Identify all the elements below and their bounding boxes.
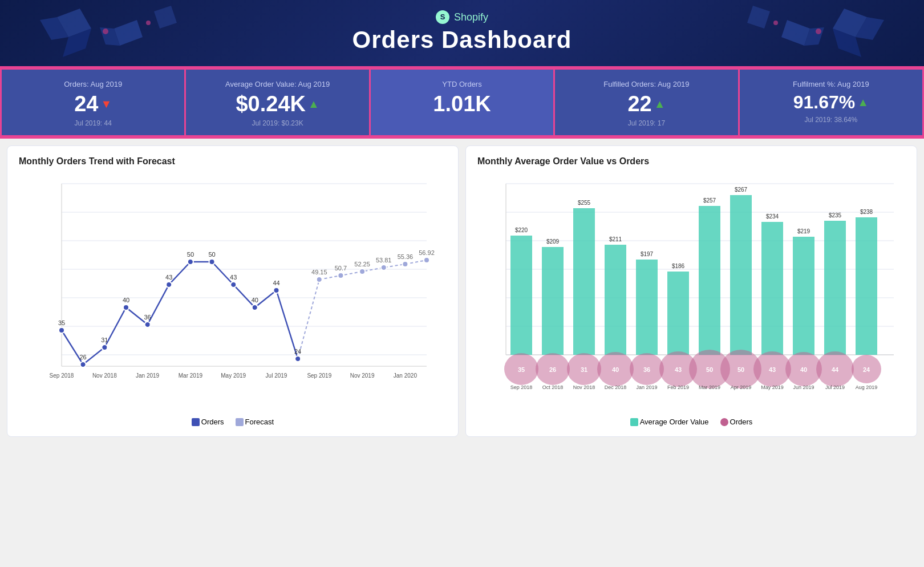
kpi-aov-sub: Jul 2019: $0.23K bbox=[197, 119, 357, 127]
legend-forecast-color bbox=[236, 418, 244, 426]
svg-text:$197: $197 bbox=[641, 251, 654, 257]
legend-aov-label: Average Order Value bbox=[640, 418, 709, 426]
svg-text:24: 24 bbox=[863, 366, 870, 373]
svg-rect-84 bbox=[542, 247, 564, 355]
svg-text:Sep 2018: Sep 2018 bbox=[510, 384, 533, 390]
svg-text:50: 50 bbox=[208, 251, 215, 258]
svg-text:Nov 2019: Nov 2019 bbox=[350, 372, 375, 379]
arrow-up-icon-3: ▲ bbox=[857, 96, 869, 108]
arrow-up-icon: ▲ bbox=[308, 98, 319, 110]
svg-text:43: 43 bbox=[675, 366, 682, 373]
kpi-row: Orders: Aug 2019 24 ▼ Jul 2019: 44 Avera… bbox=[0, 68, 924, 139]
svg-text:Nov 2018: Nov 2018 bbox=[573, 384, 595, 390]
svg-text:Nov 2018: Nov 2018 bbox=[92, 372, 117, 379]
svg-point-32 bbox=[209, 259, 215, 265]
svg-text:Jul 2019: Jul 2019 bbox=[266, 372, 287, 379]
svg-text:35: 35 bbox=[518, 366, 525, 373]
kpi-fulfillment-pct-value: 91.67% ▲ bbox=[751, 93, 911, 111]
legend-orders-bar: Orders bbox=[720, 418, 753, 426]
svg-text:50: 50 bbox=[187, 251, 194, 258]
svg-text:24: 24 bbox=[294, 348, 301, 355]
legend-forecast: Forecast bbox=[236, 418, 274, 426]
svg-text:26: 26 bbox=[79, 354, 86, 361]
svg-rect-89 bbox=[573, 208, 595, 355]
svg-text:50: 50 bbox=[737, 366, 744, 373]
bar-chart-svg: $220 35 Sep 2018 $209 26 Oct 2018 $255 3… bbox=[477, 172, 905, 412]
svg-text:50.7: 50.7 bbox=[335, 265, 347, 272]
svg-text:52.25: 52.25 bbox=[354, 261, 370, 268]
kpi-aov-label: Average Order Value: Aug 2019 bbox=[197, 80, 357, 88]
kpi-orders-label: Orders: Aug 2019 bbox=[13, 80, 173, 88]
svg-text:40: 40 bbox=[800, 366, 807, 373]
legend-orders: Orders bbox=[192, 418, 224, 426]
svg-point-15 bbox=[773, 21, 778, 25]
legend-orders-bar-label: Orders bbox=[730, 418, 753, 426]
svg-point-41 bbox=[402, 261, 408, 267]
svg-text:Aug 2019: Aug 2019 bbox=[856, 384, 878, 390]
svg-rect-114 bbox=[730, 195, 752, 355]
svg-point-37 bbox=[317, 277, 322, 282]
legend-aov: Average Order Value bbox=[630, 418, 709, 426]
svg-point-6 bbox=[103, 29, 108, 34]
svg-text:$209: $209 bbox=[546, 238, 560, 245]
bar-chart-container: $220 35 Sep 2018 $209 26 Oct 2018 $255 3… bbox=[477, 172, 905, 412]
line-chart-container: 35 26 31 40 36 43 50 50 43 40 44 24 49.1… bbox=[19, 172, 447, 412]
legend-forecast-label: Forecast bbox=[245, 418, 274, 426]
svg-text:Jul 2019: Jul 2019 bbox=[825, 384, 845, 390]
svg-marker-5 bbox=[154, 6, 177, 29]
svg-point-33 bbox=[230, 282, 236, 287]
kpi-aov-value: $0.24K ▲ bbox=[197, 93, 357, 115]
svg-rect-94 bbox=[605, 245, 626, 355]
svg-text:36: 36 bbox=[643, 366, 650, 373]
line-chart-svg: 35 26 31 40 36 43 50 50 43 40 44 24 49.1… bbox=[19, 172, 447, 400]
svg-rect-109 bbox=[699, 206, 720, 355]
legend-orders-label: Orders bbox=[201, 418, 224, 426]
svg-rect-124 bbox=[793, 237, 814, 355]
bar-chart-legend: Average Order Value Orders bbox=[477, 418, 905, 426]
kpi-fulfilled-label: Fulfilled Orders: Aug 2019 bbox=[566, 80, 726, 88]
svg-text:$220: $220 bbox=[515, 227, 528, 233]
kpi-fulfillment-pct-label: Fulfilment %: Aug 2019 bbox=[751, 80, 911, 88]
svg-rect-104 bbox=[667, 272, 689, 355]
legend-orders-bar-color bbox=[720, 418, 728, 426]
svg-text:43: 43 bbox=[165, 274, 172, 281]
svg-text:Dec 2018: Dec 2018 bbox=[605, 384, 627, 390]
line-chart-legend: Orders Forecast bbox=[19, 418, 447, 426]
svg-rect-99 bbox=[636, 260, 658, 355]
svg-point-28 bbox=[123, 305, 129, 310]
svg-text:$257: $257 bbox=[703, 197, 716, 204]
svg-text:Sep 2018: Sep 2018 bbox=[50, 372, 74, 379]
svg-point-25 bbox=[59, 327, 64, 333]
svg-text:$219: $219 bbox=[797, 228, 810, 234]
svg-rect-119 bbox=[761, 222, 783, 355]
bar-chart-title: Monthly Average Order Value vs Orders bbox=[477, 156, 905, 167]
kpi-orders: Orders: Aug 2019 24 ▼ Jul 2019: 44 bbox=[2, 70, 184, 135]
svg-text:40: 40 bbox=[612, 366, 619, 373]
svg-text:$211: $211 bbox=[609, 236, 622, 242]
svg-point-38 bbox=[338, 273, 343, 278]
line-chart-title: Monthly Orders Trend with Forecast bbox=[19, 156, 447, 167]
svg-text:55.36: 55.36 bbox=[398, 253, 414, 260]
svg-text:Sep 2019: Sep 2019 bbox=[307, 372, 331, 379]
svg-point-42 bbox=[424, 257, 429, 263]
svg-text:Jan 2020: Jan 2020 bbox=[394, 372, 418, 379]
svg-text:$255: $255 bbox=[578, 200, 591, 206]
svg-text:44: 44 bbox=[832, 366, 839, 373]
svg-text:$186: $186 bbox=[672, 263, 685, 269]
line-chart-panel: Monthly Orders Trend with Forecast bbox=[7, 145, 459, 437]
svg-text:May 2019: May 2019 bbox=[221, 372, 246, 379]
kpi-ytd-label: YTD Orders bbox=[382, 80, 542, 88]
svg-point-14 bbox=[816, 29, 821, 34]
svg-text:44: 44 bbox=[273, 280, 279, 286]
svg-point-30 bbox=[166, 282, 172, 287]
shopify-label: Shopify bbox=[454, 11, 488, 23]
kpi-fulfilled-sub: Jul 2019: 17 bbox=[566, 119, 726, 127]
kpi-fulfillment-pct: Fulfilment %: Aug 2019 91.67% ▲ Jul 2019… bbox=[740, 70, 922, 135]
kpi-ytd-value: 1.01K bbox=[382, 93, 542, 115]
kpi-fulfilled: Fulfilled Orders: Aug 2019 22 ▲ Jul 2019… bbox=[555, 70, 737, 135]
svg-text:$267: $267 bbox=[735, 187, 748, 193]
svg-text:May 2019: May 2019 bbox=[761, 384, 784, 390]
svg-text:Mar 2019: Mar 2019 bbox=[179, 372, 203, 379]
svg-text:Jan 2019: Jan 2019 bbox=[636, 384, 657, 390]
svg-text:Jan 2019: Jan 2019 bbox=[136, 372, 160, 379]
